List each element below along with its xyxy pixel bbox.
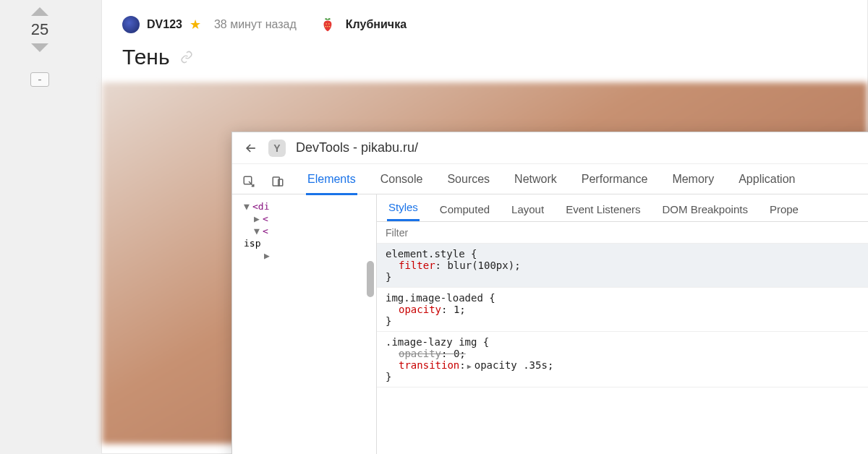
devtools-window: Y DevTools - pikabu.ru/ Elements Console… bbox=[231, 132, 868, 454]
downvote-button[interactable] bbox=[31, 43, 48, 52]
svg-point-1 bbox=[328, 23, 329, 24]
filter-input[interactable] bbox=[386, 227, 868, 239]
rule-selector[interactable]: element.style bbox=[386, 248, 465, 260]
post-time: 38 минут назад bbox=[214, 18, 297, 31]
tab-memory[interactable]: Memory bbox=[671, 167, 715, 195]
tab-sources[interactable]: Sources bbox=[446, 167, 491, 195]
subtab-computed[interactable]: Computed bbox=[438, 199, 491, 221]
devtools-titlebar: Y DevTools - pikabu.ru/ bbox=[232, 132, 868, 164]
back-icon[interactable] bbox=[244, 141, 258, 155]
browser-icon: Y bbox=[268, 140, 286, 157]
subtab-event-listeners[interactable]: Event Listeners bbox=[564, 199, 642, 221]
css-rule[interactable]: .image-lazy img { opacity: 0; transition… bbox=[377, 332, 868, 387]
tab-network[interactable]: Network bbox=[513, 167, 558, 195]
styles-subtabs: Styles Computed Layout Event Listeners D… bbox=[377, 194, 868, 222]
css-rule[interactable]: element.style { filter: blur(100px); } bbox=[377, 244, 868, 288]
devtools-toolbar: Elements Console Sources Network Perform… bbox=[232, 164, 868, 194]
css-property[interactable]: filter bbox=[399, 260, 435, 271]
strawberry-icon bbox=[320, 17, 336, 33]
styles-panel: Styles Computed Layout Event Listeners D… bbox=[377, 194, 868, 454]
star-icon: ★ bbox=[190, 17, 201, 33]
dom-tree-panel[interactable]: ▼<di ▶< ▼< isp ▶ bbox=[232, 194, 377, 454]
devtools-tabs: Elements Console Sources Network Perform… bbox=[306, 167, 796, 195]
tab-application[interactable]: Application bbox=[737, 167, 796, 195]
tab-performance[interactable]: Performance bbox=[580, 167, 650, 195]
css-rules: element.style { filter: blur(100px); } i… bbox=[377, 244, 868, 387]
css-rule[interactable]: img.image-loaded { opacity: 1; } bbox=[377, 288, 868, 332]
avatar[interactable] bbox=[122, 16, 140, 33]
subtab-styles[interactable]: Styles bbox=[387, 197, 420, 221]
svg-point-3 bbox=[325, 26, 326, 27]
css-property[interactable]: opacity bbox=[399, 348, 441, 359]
svg-point-4 bbox=[329, 26, 330, 27]
inspect-icon[interactable] bbox=[242, 175, 255, 188]
filter-row bbox=[377, 222, 868, 244]
post-header: DV123 ★ 38 минут назад Клубничка bbox=[102, 0, 867, 40]
upvote-button[interactable] bbox=[31, 7, 48, 16]
css-value[interactable]: opacity .35s bbox=[475, 359, 548, 371]
svg-point-2 bbox=[327, 26, 328, 27]
expand-icon[interactable]: ▶ bbox=[467, 362, 472, 370]
scrollbar-thumb[interactable] bbox=[367, 261, 374, 297]
css-property[interactable]: transition bbox=[399, 359, 459, 371]
permalink-icon[interactable] bbox=[180, 51, 193, 64]
collapse-button[interactable]: - bbox=[30, 72, 49, 87]
css-property[interactable]: opacity bbox=[399, 304, 441, 315]
svg-point-0 bbox=[326, 23, 326, 24]
dom-text: isp bbox=[244, 238, 260, 249]
subtab-dom-breakpoints[interactable]: DOM Breakpoints bbox=[661, 199, 749, 221]
vote-score: 25 bbox=[31, 20, 48, 39]
tag-link[interactable]: Клубничка bbox=[346, 18, 407, 31]
subtab-layout[interactable]: Layout bbox=[510, 199, 545, 221]
tab-console[interactable]: Console bbox=[379, 167, 425, 195]
css-value[interactable]: blur(100px) bbox=[447, 260, 514, 271]
dom-node[interactable]: < bbox=[263, 213, 268, 224]
post-title-row: Тень bbox=[102, 40, 867, 82]
rule-selector[interactable]: .image-lazy img bbox=[386, 336, 477, 348]
vote-sidebar: 25 - bbox=[22, 7, 58, 87]
rule-selector[interactable]: img.image-loaded bbox=[386, 292, 483, 304]
dom-node[interactable]: < bbox=[263, 226, 268, 236]
devtools-body: ▼<di ▶< ▼< isp ▶ Styles Computed Layout … bbox=[232, 194, 868, 454]
post-title[interactable]: Тень bbox=[122, 45, 170, 69]
device-toggle-icon[interactable] bbox=[271, 175, 284, 188]
username-link[interactable]: DV123 bbox=[147, 18, 182, 31]
subtab-properties[interactable]: Prope bbox=[768, 199, 800, 221]
devtools-title: DevTools - pikabu.ru/ bbox=[296, 140, 418, 155]
dom-node[interactable]: <di bbox=[252, 201, 269, 212]
tab-elements[interactable]: Elements bbox=[306, 167, 357, 195]
